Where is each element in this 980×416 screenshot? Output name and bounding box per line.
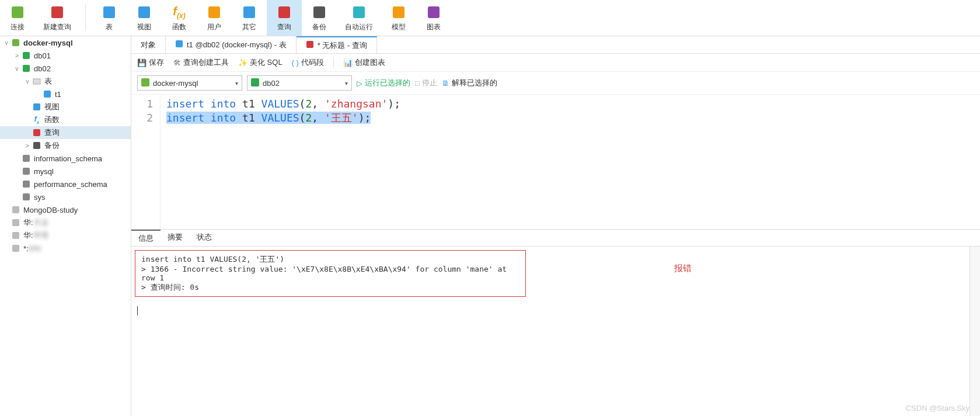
svg-rect-21	[23, 181, 30, 188]
tree-conn-extra[interactable]: 华:方达	[0, 216, 131, 229]
svg-rect-0	[12, 6, 23, 18]
main-toolbar: 连接新建查询表视图f(x)函数用户其它查询备份自动运行模型图表	[0, 0, 980, 36]
toolbar-table-label: 表	[106, 22, 113, 32]
chart-label: 创建图表	[355, 57, 385, 68]
result-tab-状态[interactable]: 状态	[190, 230, 219, 246]
code-body[interactable]: insert into t1 VALUES(2, 'zhangsan');ins…	[161, 95, 406, 229]
code-line[interactable]: insert into t1 VALUES(2, 'zhangsan');	[166, 97, 400, 111]
view-icon	[32, 102, 42, 112]
svg-rect-23	[12, 206, 19, 213]
svg-rect-6	[278, 6, 290, 18]
doc-tab[interactable]: t1 @db02 (docker-mysql) - 表	[166, 36, 297, 53]
database-combo[interactable]: db02 ▾	[247, 75, 352, 91]
stop-label: 停止	[422, 78, 437, 88]
create-chart-button[interactable]: 📊 创建图表	[343, 57, 385, 68]
sql-editor[interactable]: 12 insert into t1 VALUES(2, 'zhangsan');…	[131, 95, 980, 229]
query-tool-button[interactable]: 🛠 查询创建工具	[173, 57, 229, 68]
conn-off-icon	[11, 243, 21, 254]
tree-conn-extra[interactable]: MongoDB-study	[0, 203, 131, 216]
play-icon: ▷	[357, 79, 362, 88]
svg-rect-15	[44, 91, 51, 98]
save-label: 保存	[149, 57, 164, 68]
result-tab-信息[interactable]: 信息	[131, 230, 161, 246]
doc-tab[interactable]: * 无标题 - 查询	[297, 36, 377, 53]
sparkle-icon: ✨	[238, 58, 247, 67]
run-button[interactable]: ▷ 运行已选择的	[357, 78, 410, 88]
svg-rect-30	[251, 78, 259, 86]
connect-icon	[8, 4, 27, 21]
snippet-label: 代码段	[301, 57, 324, 68]
toolbar-other-label: 其它	[242, 22, 256, 32]
tree-item-t1[interactable]: t1	[0, 88, 131, 100]
backup-icon	[310, 4, 329, 21]
svg-rect-29	[141, 78, 149, 86]
database-icon	[251, 78, 259, 88]
vertical-scrollbar[interactable]	[969, 247, 980, 416]
error-line-2: > 1366 - Incorrect string value: '\xE7\x…	[141, 265, 519, 282]
beautify-label: 美化 SQL	[250, 57, 283, 68]
toolbar-backup-button[interactable]: 备份	[302, 0, 337, 36]
text-cursor	[137, 306, 138, 316]
toolbar-model-button[interactable]: 模型	[381, 0, 416, 36]
tree-item-函数[interactable]: fx函数	[0, 113, 131, 126]
toolbar-other-button[interactable]: 其它	[232, 0, 267, 36]
tree-item-performance_schema[interactable]: performance_schema	[0, 178, 131, 190]
error-line-3: > 查询时间: 0s	[141, 282, 519, 293]
save-button[interactable]: 💾 保存	[137, 57, 164, 68]
stop-icon: □	[415, 79, 420, 88]
tree-item-sys[interactable]: sys	[0, 190, 131, 203]
toolbar-query-button[interactable]: 查询	[267, 0, 302, 36]
doc-tab[interactable]: 对象	[131, 36, 166, 53]
tree-item-视图[interactable]: 视图	[0, 100, 131, 113]
toolbar-chart-label: 图表	[427, 22, 441, 32]
toolbar-table-button[interactable]: 表	[92, 0, 127, 36]
conn-off-icon	[11, 230, 21, 241]
newquery-icon	[48, 4, 67, 21]
connection-combo[interactable]: docker-mysql ▾	[137, 75, 242, 91]
beautify-button[interactable]: ✨ 美化 SQL	[238, 57, 283, 68]
svg-rect-25	[12, 232, 19, 239]
tree-item-备份[interactable]: >备份	[0, 139, 131, 152]
line-gutter: 12	[131, 95, 161, 229]
tree-item-表[interactable]: v表	[0, 75, 131, 88]
tree-connection[interactable]: vdocker-mysql	[0, 36, 131, 49]
snippet-button[interactable]: ( ) 代码段	[292, 57, 324, 68]
result-tab-摘要[interactable]: 摘要	[161, 230, 190, 246]
svg-rect-13	[23, 65, 30, 72]
tree-item-db01[interactable]: >db01	[0, 49, 131, 62]
table-icon	[175, 40, 183, 50]
toolbar-connect-button[interactable]: 连接	[0, 0, 35, 36]
error-callout: 报错	[674, 263, 692, 274]
result-tabs: 信息摘要状态	[131, 229, 980, 247]
svg-rect-19	[23, 155, 30, 162]
tree-item-查询[interactable]: 查询	[0, 126, 131, 139]
query-icon	[306, 40, 314, 50]
toolbar-newquery-label: 新建查询	[43, 22, 71, 32]
tree-item-db02[interactable]: vdb02	[0, 62, 131, 75]
save-icon: 💾	[137, 58, 147, 67]
db-off-icon	[21, 153, 32, 164]
autorun-icon	[350, 4, 368, 21]
toolbar-function-button[interactable]: f(x)函数	[162, 0, 197, 36]
chevron-down-icon: ▾	[345, 80, 348, 86]
tree-conn-extra[interactable]: 华:环境	[0, 229, 131, 242]
toolbar-newquery-button[interactable]: 新建查询	[35, 0, 79, 36]
explain-button[interactable]: 🗎 解释已选择的	[442, 78, 497, 88]
chevron-down-icon: ▾	[235, 80, 238, 86]
mysql-icon	[11, 37, 21, 48]
sidebar-tree: vdocker-mysql>db01vdb02v表t1视图fx函数查询>备份in…	[0, 36, 131, 416]
toolbar-chart-button[interactable]: 图表	[416, 0, 451, 36]
explain-label: 解释已选择的	[452, 78, 497, 88]
function-icon: f(x)	[170, 4, 189, 21]
code-line[interactable]: insert into t1 VALUES(2, '王五');	[166, 111, 400, 125]
toolbar-view-button[interactable]: 视图	[127, 0, 162, 36]
query-icon	[275, 4, 294, 21]
main-body: vdocker-mysql>db01vdb02v表t1视图fx函数查询>备份in…	[0, 36, 980, 416]
svg-rect-9	[393, 6, 404, 18]
tree-conn-extra[interactable]: *:ERI	[0, 242, 131, 255]
tree-item-mysql[interactable]: mysql	[0, 165, 131, 178]
toolbar-autorun-button[interactable]: 自动运行	[337, 0, 381, 36]
toolbar-user-button[interactable]: 用户	[197, 0, 232, 36]
db-off-icon	[21, 166, 32, 176]
tree-item-information_schema[interactable]: information_schema	[0, 152, 131, 165]
